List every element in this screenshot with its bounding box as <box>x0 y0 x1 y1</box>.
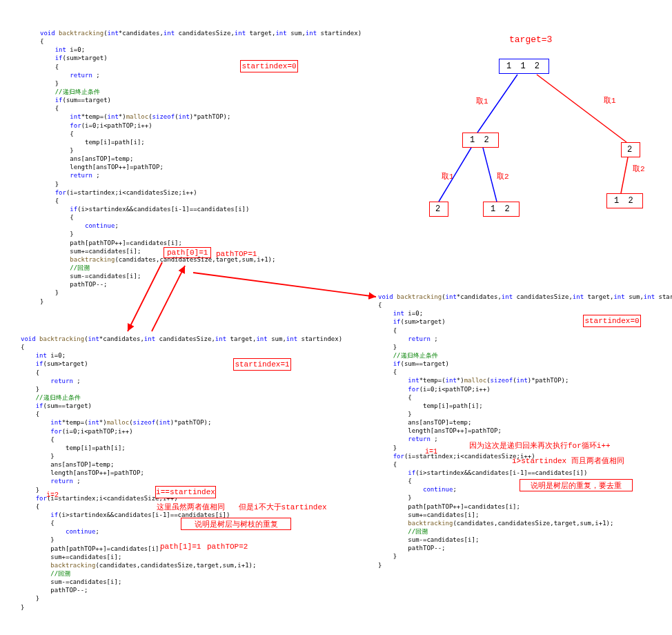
ann-line-same: 这里虽然两者值相同 <box>157 502 225 512</box>
tree-title: target=3 <box>509 35 552 45</box>
ann-startindex0b: startindex=0 <box>583 315 641 327</box>
ann-tree-branch-dup: 说明是树层与树枝的重复 <box>181 518 291 530</box>
tree-node-l2c-text: 1 2 <box>614 196 635 206</box>
tree-edge-4: 取2 <box>497 171 509 182</box>
ann-tree-layer-dup: 说明是树层的重复，要去重 <box>520 479 633 491</box>
ann-path01: path[0]=1 <box>164 248 211 257</box>
tree-node-root-text: 1 1 2 <box>506 61 542 71</box>
ann-path11: path[1]=1 <box>160 543 201 551</box>
svg-line-3 <box>483 148 497 202</box>
code-block-left: void backtracking(int*candidates,int can… <box>21 335 342 612</box>
ann-i1: i=1 <box>425 448 437 456</box>
ann-tree-branch-dup-text: 说明是树层与树枝的重复 <box>195 519 278 529</box>
ann-recursion-back: 因为这次是递归回来再次执行for循环i++ <box>469 440 611 451</box>
tree-edge-5: 取2 <box>633 164 645 174</box>
tree-node-l2c: 1 2 <box>606 193 643 208</box>
tree-edge-3: 取1 <box>442 171 454 182</box>
tree-node-l2b: 1 2 <box>483 202 520 217</box>
tree-edge-2: 取1 <box>604 95 616 106</box>
ann-startindex0a-text: startindex=0 <box>241 62 296 70</box>
tree-node-root: 1 1 2 <box>499 59 549 74</box>
code-block-right: void backtracking(int*candidates,int can… <box>378 293 672 569</box>
ann-ieqstart-text: i==startindex <box>156 488 215 496</box>
tree-node-l1b-text: 2 <box>627 145 634 155</box>
ann-pathTOP1: pathTOP=1 <box>216 250 257 258</box>
ann-ieqstart: i==startindex <box>155 486 216 498</box>
code-block-top: void backtracking(int*candidates,int can… <box>40 29 362 306</box>
tree-node-l2a: 2 <box>429 202 448 217</box>
tree-node-l1a: 1 2 <box>462 133 499 148</box>
tree-node-l1b: 2 <box>621 142 640 157</box>
ann-line-not-gt: 但是i不大于startindex <box>239 502 327 512</box>
tree-edge-1: 取1 <box>476 96 488 106</box>
ann-i-gt-start: i>startindex 而且两者值相同 <box>512 456 624 466</box>
ann-startindex1-text: startindex=1 <box>235 360 289 369</box>
ann-startindex0b-text: startindex=0 <box>584 317 639 325</box>
ann-i2: i=2 <box>46 491 59 499</box>
ann-pathTOP2: pathTOP=2 <box>207 543 248 551</box>
svg-line-1 <box>537 75 626 142</box>
ann-startindex0a: startindex=0 <box>240 60 298 72</box>
tree-node-l2a-text: 2 <box>435 204 442 214</box>
ann-path01-text: path[0]=1 <box>164 247 211 258</box>
ann-tree-layer-dup-text: 说明是树层的重复，要去重 <box>531 480 622 491</box>
svg-line-4 <box>621 157 628 193</box>
tree-node-l2b-text: 1 2 <box>491 204 512 214</box>
ann-startindex1: startindex=1 <box>233 358 291 371</box>
tree-node-l1a-text: 1 2 <box>470 135 491 145</box>
